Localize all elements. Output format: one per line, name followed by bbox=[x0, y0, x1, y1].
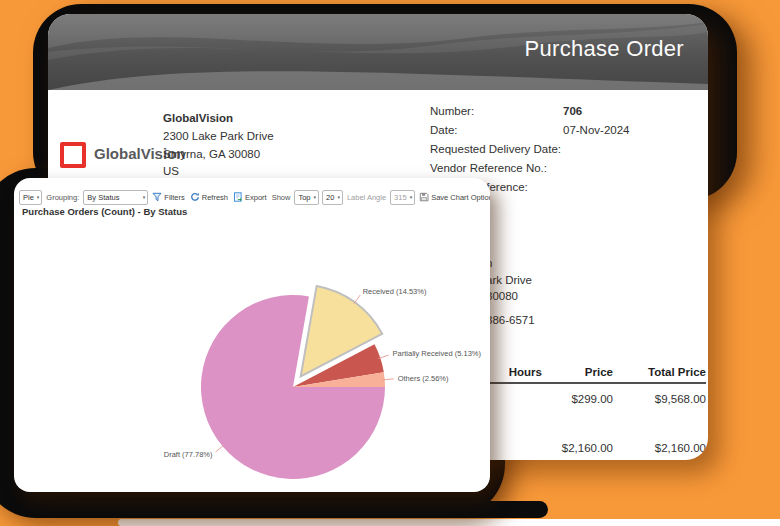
pie-label-others: Others (2.56%) bbox=[398, 374, 449, 383]
vendor-address-fragment: 30080 bbox=[486, 290, 518, 302]
field-label: Date: bbox=[430, 124, 458, 136]
field-value: 07-Nov-2024 bbox=[563, 124, 629, 136]
field-row-requested-delivery-date: Requested Delivery Date: bbox=[48, 143, 708, 159]
pie-chart: Draft (77.78%)Received (14.53%)Partially… bbox=[14, 178, 490, 492]
pie-label-partially-received: Partially Received (5.13%) bbox=[393, 349, 482, 358]
pie-leader-line bbox=[354, 295, 360, 304]
chart-window: Pie▾Grouping:By Status▾FiltersRefreshExp… bbox=[14, 178, 490, 492]
bottom-band-accent bbox=[210, 501, 548, 518]
field-value: 706 bbox=[563, 105, 582, 117]
document-header-banner: Purchase Order bbox=[48, 14, 708, 90]
table-cell: $2,160.00 bbox=[596, 442, 706, 454]
field-label: Vendor Reference No.: bbox=[430, 162, 547, 174]
field-row-date: Date:07-Nov-2024 bbox=[48, 124, 708, 140]
pie-leader-line bbox=[378, 355, 388, 358]
column-header-total-price: Total Price bbox=[596, 366, 706, 378]
bottom-white-strip bbox=[118, 519, 780, 526]
document-title: Purchase Order bbox=[525, 36, 685, 62]
pie-leader-line bbox=[216, 445, 224, 452]
pie-label-draft: Draft (77.78%) bbox=[164, 450, 213, 459]
field-label: Requested Delivery Date: bbox=[430, 143, 561, 155]
field-label: Number: bbox=[430, 105, 474, 117]
field-row-vendor-reference-no: Vendor Reference No.: bbox=[48, 162, 708, 178]
field-row-number: Number:706 bbox=[48, 105, 708, 121]
pie-label-received: Received (14.53%) bbox=[363, 287, 427, 296]
table-cell: $9,568.00 bbox=[596, 393, 706, 405]
stage: Purchase Order GlobalVision GlobalVision… bbox=[0, 0, 780, 526]
vendor-address-fragment: 386-6571 bbox=[486, 314, 535, 326]
vendor-address-fragment: ark Drive bbox=[486, 274, 532, 286]
